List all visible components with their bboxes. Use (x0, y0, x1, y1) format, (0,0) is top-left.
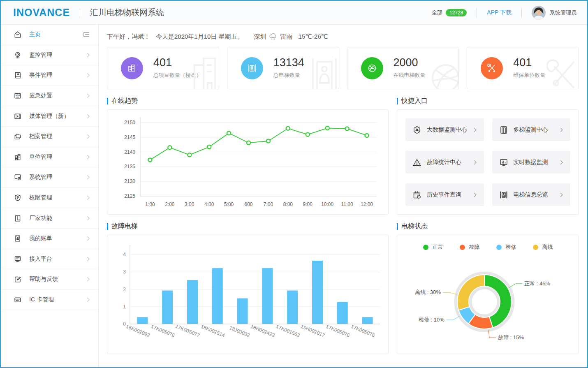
multi-elevator-icon (499, 125, 508, 134)
online-trend-panel: 2125213021352140214521501:002:003:004:00… (107, 109, 389, 215)
quick-link-fault-statistics-center[interactable]: 故障统计中心 (405, 151, 484, 174)
svg-text:检修 : 10%: 检修 : 10% (419, 317, 444, 323)
legend-label: 正常 (433, 243, 443, 251)
legend-dot (533, 245, 538, 250)
legend-item-maintenance[interactable]: 检修 (496, 243, 516, 251)
sidebar-item-permissions[interactable]: 权限管理 (1, 188, 98, 208)
svg-text:1: 1 (123, 304, 126, 310)
svg-text:17K005076: 17K005076 (350, 324, 376, 338)
avatar-image (532, 6, 546, 20)
quick-link-multi-elevator-center[interactable]: 多梯监测中心 (492, 118, 571, 141)
elevator-count-badge: 12728 (446, 9, 467, 16)
legend-item-fault[interactable]: 故障 (460, 243, 480, 251)
svg-text:17K00S077: 17K00S077 (175, 323, 201, 338)
sidebar-item-manufacturer[interactable]: 厂家功能 (1, 208, 98, 229)
title-accent-bar (107, 223, 108, 230)
chevron-right-icon (474, 160, 477, 165)
svg-text:17K005076: 17K005076 (150, 324, 176, 338)
svg-text:18K002514: 18K002514 (200, 324, 226, 338)
tools-watermark-icon (546, 53, 579, 89)
title-accent-bar (107, 98, 108, 104)
sidebar-item-label: 帮助与反馈 (29, 275, 58, 283)
chevron-right-icon (474, 192, 477, 197)
sidebar-item-archives[interactable]: 档案管理 (1, 127, 98, 147)
chevron-right-icon (560, 192, 563, 197)
inovance-logo: INOVANCE (13, 7, 70, 19)
sidebar-item-ic-card[interactable]: IC 卡管理 (1, 290, 98, 310)
stats-row: 401 总项目数量（楼盘） 13134 总电梯数量 (107, 47, 579, 89)
fault-elevator-panel: 0123416K00209217K00507617K00S07718K00251… (107, 235, 389, 354)
sidebar-item-organizations[interactable]: 单位管理 (1, 147, 98, 168)
header-divider (80, 8, 80, 18)
stat-card-projects: 401 总项目数量（楼盘） (107, 47, 219, 89)
svg-text:0: 0 (123, 321, 126, 327)
media-icon (14, 112, 22, 120)
elevator-watermark-icon (307, 53, 339, 89)
sidebar-item-label: 应急处置 (29, 92, 52, 100)
svg-text:18H002423: 18H002423 (250, 324, 276, 338)
fault-elevator-title: 故障电梯 (107, 222, 389, 231)
all-elevators-filter[interactable]: 全部 12728 (432, 9, 467, 16)
platform-icon (14, 255, 22, 263)
sidebar-item-access-platform[interactable]: 接入平台 (1, 249, 98, 270)
quick-link-history-events[interactable]: 历史事件查询 (405, 183, 484, 206)
sidebar-item-monitoring[interactable]: 监控管理 (1, 45, 98, 66)
user-avatar[interactable] (532, 6, 546, 20)
quick-link-bigdata-center[interactable]: 大数据监测中心 (405, 118, 484, 141)
app-download-link[interactable]: APP 下载 (487, 9, 512, 16)
rain-cloud-icon (268, 32, 279, 41)
sidebar-item-label: 媒体管理（新） (29, 113, 69, 120)
title-accent-bar (397, 98, 398, 104)
chevron-right-icon (87, 297, 90, 302)
sidebar-item-events[interactable]: 事件管理 (1, 65, 98, 86)
svg-text:7:00: 7:00 (264, 201, 273, 207)
date-text: 今天是2020年1月10日 星期五。 (156, 33, 243, 41)
sidebar-item-system[interactable]: 系统管理 (1, 167, 98, 188)
svg-text:2:00: 2:00 (165, 201, 175, 207)
header-divider (477, 8, 477, 18)
legend-item-normal[interactable]: 正常 (423, 243, 443, 251)
svg-text:11:00: 11:00 (341, 201, 353, 207)
chevron-right-icon (87, 277, 90, 282)
sidebar-item-emergency[interactable]: SOS 应急处置 (1, 86, 98, 106)
stat-label: 在线电梯数量 (394, 72, 426, 79)
globe-icon (361, 57, 383, 79)
quick-entry-panel: 大数据监测中心 多梯监测中心 故障统计中心 (397, 109, 579, 215)
sidebar-nav: 主页 监控管理 事件管理 SOS 应急处置 (1, 25, 99, 367)
chevron-right-icon (87, 236, 90, 241)
chevron-right-icon (560, 160, 563, 165)
main-content: 下午好，冯斌！ 今天是2020年1月10日 星期五。 深圳 雷雨 15℃-26℃… (99, 25, 587, 367)
svg-text:19H002017: 19H002017 (300, 324, 326, 338)
legend-item-offline[interactable]: 离线 (533, 243, 553, 251)
quick-link-label: 电梯信息总览 (514, 191, 548, 199)
legend-dot (460, 245, 465, 250)
sidebar-item-feedback[interactable]: 帮助与反馈 (1, 269, 98, 290)
feedback-icon (14, 275, 22, 283)
quick-link-elevator-info[interactable]: 电梯信息总览 (492, 183, 571, 206)
sidebar-item-label: 接入平台 (29, 255, 52, 263)
sidebar-item-label: 监控管理 (29, 51, 52, 59)
sidebar-item-media[interactable]: 媒体管理（新） (1, 106, 98, 127)
svg-text:12:00: 12:00 (361, 201, 373, 207)
billing-icon (14, 234, 22, 243)
svg-text:2: 2 (123, 287, 126, 292)
quick-link-label: 实时数据监测 (514, 159, 548, 166)
svg-text:17K001563: 17K001563 (275, 324, 301, 338)
sidebar-item-label: 厂家功能 (29, 215, 52, 222)
all-label: 全部 (432, 9, 442, 16)
archive-icon (14, 132, 22, 141)
svg-text:4: 4 (123, 252, 126, 257)
sidebar-item-label: 主页 (29, 31, 41, 38)
sidebar-item-home[interactable]: 主页 (1, 25, 98, 45)
chevron-right-icon (87, 53, 90, 58)
app-title: 汇川电梯物联网系统 (90, 7, 164, 18)
legend-dot (423, 245, 428, 250)
collapse-sidebar-icon[interactable] (82, 31, 90, 38)
quick-link-label: 故障统计中心 (427, 159, 461, 166)
svg-text:2140: 2140 (124, 149, 135, 155)
quick-link-realtime-data[interactable]: 实时数据监测 (492, 151, 571, 174)
building-icon (121, 57, 143, 79)
sidebar-item-bills[interactable]: 我的账单 (1, 229, 98, 249)
bigdata-icon (412, 125, 421, 134)
quick-link-label: 多梯监测中心 (514, 126, 548, 134)
